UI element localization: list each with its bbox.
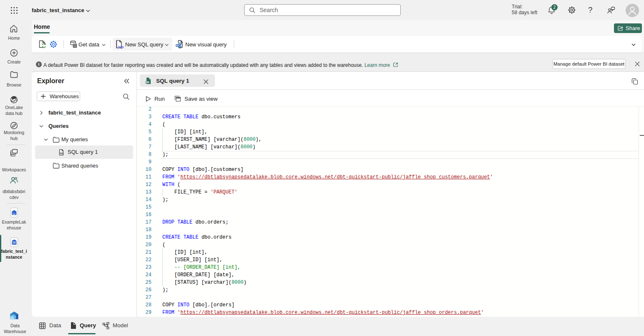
svg-text:SQL: SQL (146, 81, 150, 84)
svg-text:SQL: SQL (60, 153, 64, 155)
svg-text:SQL: SQL (118, 45, 124, 49)
